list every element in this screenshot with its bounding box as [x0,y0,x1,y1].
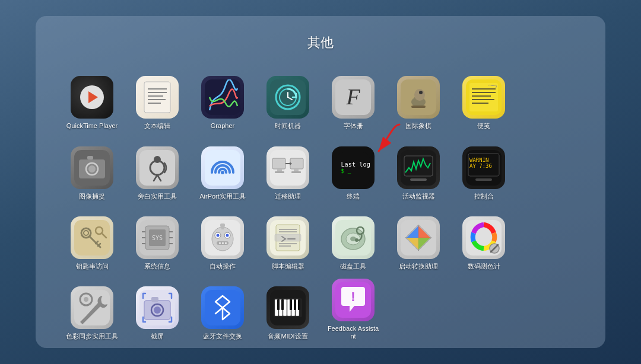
app-item-bootcamp[interactable]: 启动转换助理 [386,204,451,274]
textedit-icon [136,76,179,119]
scripteditor-icon [266,216,309,259]
launchpad-panel: 其他 QuickTime Player 文本编辑 [36,16,605,348]
app-label-terminal: 终端 [347,193,360,200]
svg-point-79 [212,227,233,251]
app-item-voiceover[interactable]: 旁白实用工具 [125,133,190,203]
svg-point-18 [419,91,423,94]
console-icon: WARNIN AY 7:36 [462,146,505,189]
empty-icon-3 [528,224,570,267]
quicktime-icon [71,76,113,119]
empty-icon-1 [528,84,570,126]
airport-icon [201,146,244,189]
empty-icon-6 [528,295,570,337]
grapher-icon [201,76,244,119]
app-label-automator: 自动操作 [210,263,236,270]
svg-rect-59 [475,178,492,181]
app-label-airport: AirPort实用工具 [199,193,246,200]
app-label-imagecapture: 图像捕捉 [79,193,105,200]
svg-rect-45 [291,171,301,173]
app-item-stickies[interactable]: 便笺 [451,63,516,133]
app-item-scripteditor[interactable]: 脚本编辑器 [255,204,320,274]
app-item-empty6 [516,274,582,344]
stickies-icon [462,76,505,119]
empty-icon-2 [528,154,570,197]
app-item-textedit[interactable]: 文本编辑 [125,63,190,133]
app-label-keychain: 钥匙串访问 [76,263,109,270]
sysinfo-icon: SYS [136,216,179,259]
app-label-activitymonitor: 活动监视器 [402,193,435,200]
app-item-audiomidi[interactable]: 音频MIDI设置 [255,274,320,344]
svg-text:WARNIN: WARNIN [469,157,489,163]
svg-point-118 [84,297,88,302]
svg-rect-86 [222,242,224,244]
app-item-quicktime[interactable]: QuickTime Player [59,63,125,133]
imagecapture-icon [71,146,113,189]
red-arrow [361,122,402,157]
app-item-grapher[interactable]: Grapher [190,63,255,133]
panel-title: 其他 [307,34,334,52]
app-item-digitalcolor[interactable]: 数码测色计 [451,204,516,274]
svg-rect-85 [219,242,221,244]
svg-point-103 [355,238,358,242]
app-label-quicktime: QuickTime Player [66,122,118,130]
app-label-bootcamp: 启动转换助理 [399,263,438,270]
svg-rect-135 [281,299,284,310]
app-item-console[interactable]: WARNIN AY 7:36 控制台 [451,133,516,203]
svg-rect-136 [290,299,292,310]
svg-rect-92 [275,234,301,241]
app-item-diskutil[interactable]: 磁盘工具 [320,204,386,274]
app-item-empty3 [516,204,582,274]
app-item-empty1 [516,63,582,133]
svg-rect-32 [139,150,175,186]
app-label-digitalcolor: 数码测色计 [468,263,500,270]
app-item-screenshot[interactable]: 截屏 [125,274,190,344]
app-item-terminal[interactable]: Last login: Fri $ _ 终端 [320,133,386,203]
app-item-bluetooth[interactable]: 蓝牙文件交换 [190,274,255,344]
app-label-screenshot: 截屏 [151,333,164,340]
timemachine-icon [266,76,309,119]
audiomidi-icon [266,286,309,329]
colorsync-icon [71,286,113,329]
app-label-chess: 国际象棋 [405,122,431,130]
svg-rect-87 [225,242,227,244]
app-item-colorsync[interactable]: 色彩同步实用工具 [59,274,125,344]
app-label-fontbook: 字体册 [344,122,363,130]
app-label-bluetooth: 蓝牙文件交换 [203,333,242,340]
chess-icon [397,76,440,119]
svg-rect-123 [151,297,158,302]
svg-rect-134 [277,299,280,310]
svg-point-82 [217,234,220,237]
app-item-keychain[interactable]: 钥匙串访问 [59,204,125,274]
app-item-empty5 [451,274,516,344]
app-label-grapher: Grapher [211,122,234,130]
svg-rect-116 [74,290,110,325]
app-label-diskutil: 磁盘工具 [340,263,366,270]
fontbook-icon: F [332,76,375,119]
app-item-feedback[interactable]: ! Feedback Assistant [320,274,386,344]
feedback-icon: ! [332,279,375,321]
app-item-imagecapture[interactable]: 图像捕捉 [59,133,125,203]
svg-rect-54 [410,178,427,181]
app-item-timemachine[interactable]: 时间机器 [255,63,320,133]
svg-rect-137 [294,299,296,310]
app-item-automator[interactable]: 自动操作 [190,204,255,274]
svg-rect-0 [144,82,170,113]
app-grid: QuickTime Player 文本编辑 [59,63,582,344]
svg-text:$ _: $ _ [341,167,351,173]
app-item-migration[interactable]: 迁移助理 [255,133,320,203]
app-label-migration: 迁移助理 [275,193,301,200]
voiceover-icon [136,146,179,189]
app-label-scripteditor: 脚本编辑器 [272,263,304,270]
app-label-audiomidi: 音频MIDI设置 [268,333,307,340]
svg-text:SYS: SYS [152,235,163,241]
app-item-airport[interactable]: AirPort实用工具 [190,133,255,203]
bluetooth-icon [201,286,244,329]
app-label-colorsync: 色彩同步实用工具 [66,333,118,340]
app-item-sysinfo[interactable]: SYS 系统信息 [125,204,190,274]
svg-text:!: ! [351,289,355,304]
svg-rect-89 [221,226,224,229]
svg-rect-21 [469,83,498,111]
svg-text:AY 7:36: AY 7:36 [469,163,492,169]
svg-rect-19 [411,106,426,108]
svg-rect-44 [275,171,284,173]
